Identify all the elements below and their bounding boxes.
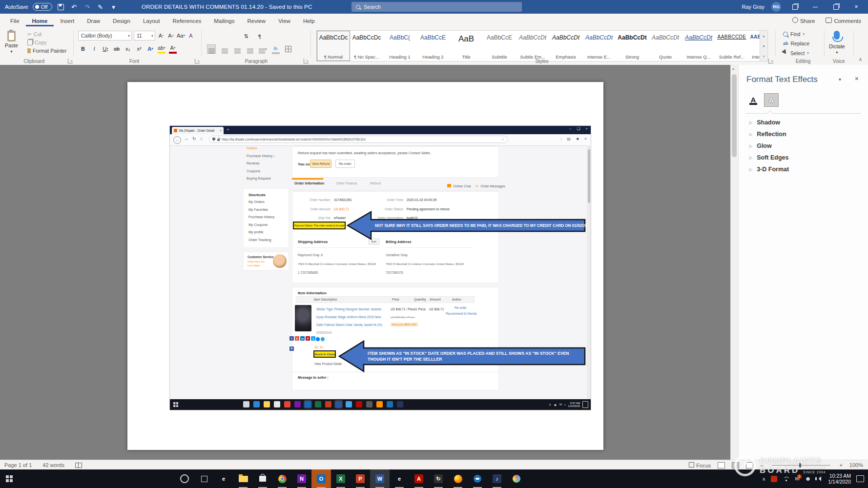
volume-icon[interactable] [816,476,821,481]
clear-formatting-button[interactable]: A [187,32,195,40]
text-fill-outline-tab[interactable]: A [746,93,760,106]
tray-overflow-chevron[interactable]: ∧ [762,476,765,482]
taskbar-app[interactable] [468,469,487,488]
dictate-button[interactable]: Dictate▾ [829,31,845,55]
action-recommend-link[interactable]: Recommend to friends [446,312,476,315]
embedded-taskbar-icon[interactable] [253,401,260,407]
redo-button[interactable]: ↷ [83,2,92,11]
action-reorder-link[interactable]: Re-order [455,306,467,309]
taskbar-app[interactable] [272,469,292,488]
shortcut-link[interactable]: Order Tracking [244,238,289,246]
taskbar-app[interactable]: X [331,469,351,488]
shrink-font-button[interactable]: A˅ [167,32,175,40]
ribbon-tab[interactable]: View [272,15,297,26]
sidebar-menu-item[interactable]: Purchase History ▾ [247,154,275,162]
align-center-button[interactable] [221,45,228,53]
online-chat-link[interactable]: Online Chat [447,181,471,189]
scrollbar-up-arrow[interactable]: ▴ [732,66,734,71]
style-card[interactable]: AABBCCDE Intense Re... [748,31,761,61]
collapse-ribbon-button[interactable]: ∧ [859,57,862,62]
borders-button[interactable] [285,45,292,53]
taskbar-app[interactable]: P [351,469,370,488]
embedded-taskbar-icon[interactable] [397,401,403,407]
style-card[interactable]: AaBbCcE Subtitle [483,31,516,61]
shortcut-link[interactable]: My Orders [244,200,289,208]
effects-section-row[interactable]: ▷ Reflection [739,128,868,140]
save-button[interactable] [57,2,65,11]
embedded-taskbar-icon[interactable] [376,401,383,407]
ribbon-tab[interactable]: Layout [137,15,166,26]
embedded-taskbar-icon[interactable] [366,401,372,407]
browser-home-button[interactable]: ⌂ [200,136,203,141]
embedded-action-center[interactable] [582,401,588,408]
new-tab-button[interactable]: + [227,127,229,132]
tray-mail-icon[interactable]: ✉1 [795,476,799,482]
view-refund-button[interactable]: View Refund [310,160,331,168]
effects-section-row[interactable]: ▷ Soft Edges [739,152,868,163]
paragraph-dialog-launcher[interactable]: ↘ [304,59,309,63]
touch-mode-button[interactable]: ✎ [96,2,105,11]
bold-button[interactable]: B [79,44,87,53]
document-scrollbar-thumb[interactable] [732,74,737,157]
bookmark-star-icon[interactable]: ☆ [501,138,504,142]
underline-button[interactable]: U▾ [102,44,109,53]
ribbon-tab[interactable]: Help [297,15,321,26]
font-family-select[interactable]: Calibri (Body)▾ [78,31,132,41]
browser-toolbar-icon[interactable]: ▤ [567,137,571,141]
action-center-icon[interactable] [856,475,864,482]
tray-people-icon[interactable]: ☻ [805,475,811,482]
ribbon-tab[interactable]: Design [106,15,137,26]
multilevel-list-button[interactable] [223,34,225,40]
wifi-icon[interactable] [783,476,789,481]
highlight-color-button[interactable]: ab▾ [158,43,165,54]
share-button[interactable]: Share [792,17,815,24]
replace-button[interactable]: abReplace [783,41,809,46]
embedded-taskbar-icon[interactable] [356,401,362,407]
order-messages-link[interactable]: ✉ Order Messages [475,181,505,189]
browser-back-button[interactable]: ← [173,136,181,144]
taskbar-app[interactable] [175,469,194,488]
tab-refund[interactable]: Refund [370,182,381,185]
embedded-tray-icon[interactable]: ☻ [554,403,557,407]
taskbar-clock[interactable]: 10:23 AM1/14/2020 [828,473,851,485]
read-mode-button[interactable] [718,462,725,468]
style-card[interactable]: AaBbCcDt Strong [616,31,649,61]
address-bar[interactable]: https://itg.dhgate.com/buyerordering/ord… [209,136,508,143]
social-icon[interactable]: in [300,336,305,341]
styles-dialog-launcher[interactable]: ↘ [768,59,773,63]
pane-close-button[interactable]: × [855,75,859,82]
subscript-button[interactable]: x₂ [124,44,132,53]
bullets-button[interactable] [207,34,209,40]
search-input[interactable]: Search [351,2,522,12]
browser-forward-button[interactable]: → [184,136,188,141]
restore-button[interactable] [829,0,843,14]
ribbon-tab[interactable]: File [4,15,26,26]
document-page[interactable]: My Dhgate - Order Detail × + – ❏ × ← → ↻… [127,82,603,450]
style-card[interactable]: AaB Title [450,31,483,61]
numbering-button[interactable] [215,34,217,40]
browser-toolbar-icon[interactable]: ≡ [584,137,587,141]
social-icon[interactable]: f [289,336,294,341]
taskbar-app[interactable]: ♪ [487,469,507,488]
quick-access-customize-button[interactable]: ▾ [109,2,118,11]
superscript-button[interactable]: x² [135,44,143,53]
focus-button[interactable]: Focus [689,462,711,468]
sidebar-menu-item[interactable]: Reviews [247,162,275,169]
embedded-taskbar-icon[interactable] [335,401,342,407]
social-icon[interactable]: P [306,336,310,341]
social-icon-b[interactable]: B [289,343,294,351]
style-card[interactable]: AaBbCcDt Emphasis [549,31,582,61]
comments-button[interactable]: Comments [826,18,861,24]
style-card[interactable]: AaBbCcDt Subtle Em... [516,31,549,61]
embedded-taskbar-icon[interactable] [264,401,270,407]
page-scrollbar-thumb[interactable] [588,149,590,203]
word-count[interactable]: 42 words [42,462,64,468]
ribbon-tab[interactable]: Draw [81,15,106,26]
ribbon-tab[interactable]: Insert [54,15,81,26]
effects-section-row[interactable]: ▷ 3-D Format [739,163,868,175]
taskbar-app[interactable]: e [390,469,409,488]
change-case-button[interactable]: Aa▾ [177,32,185,40]
style-card[interactable]: AaBbCcDc ¶ Normal [317,31,350,61]
autosave-toggle[interactable]: Off [33,3,52,11]
social-icon[interactable]: G [295,336,299,341]
